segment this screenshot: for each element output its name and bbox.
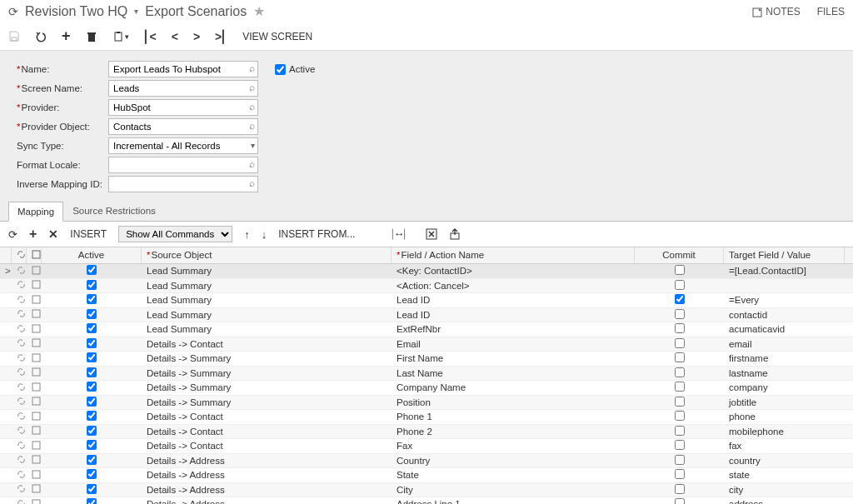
commit-cell[interactable] bbox=[635, 425, 724, 438]
upload-icon[interactable] bbox=[449, 228, 461, 240]
active-checkbox[interactable] bbox=[87, 469, 97, 479]
table-row[interactable]: Details -> SummaryFirst Namefirstname bbox=[0, 352, 853, 367]
provider-object-input[interactable] bbox=[108, 118, 258, 135]
company-name[interactable]: Revision Two HQ bbox=[25, 4, 127, 19]
active-checkbox[interactable] bbox=[87, 265, 97, 275]
field-cell[interactable]: <Action: Cancel> bbox=[392, 280, 635, 292]
clipboard-icon[interactable]: ▾ bbox=[112, 31, 129, 42]
row-link-icon[interactable] bbox=[12, 382, 27, 394]
field-cell[interactable]: Phone 1 bbox=[392, 411, 635, 422]
commit-cell[interactable] bbox=[635, 337, 724, 351]
commit-cell[interactable] bbox=[635, 468, 724, 482]
active-checkbox[interactable] bbox=[87, 484, 97, 494]
row-notes-icon[interactable] bbox=[27, 498, 42, 504]
row-notes-icon[interactable] bbox=[27, 469, 42, 482]
source-cell[interactable]: Details -> Address bbox=[142, 484, 392, 496]
insert-from-button[interactable]: INSERT FROM... bbox=[278, 228, 355, 240]
row-notes-icon[interactable] bbox=[27, 352, 42, 365]
row-notes-icon[interactable] bbox=[27, 337, 42, 350]
source-cell[interactable]: Lead Summary bbox=[142, 265, 392, 277]
active-checkbox[interactable] bbox=[87, 455, 97, 465]
row-notes-icon[interactable] bbox=[27, 440, 42, 452]
row-link-icon[interactable] bbox=[12, 367, 27, 379]
target-cell[interactable]: jobtitle bbox=[724, 397, 845, 408]
active-cell[interactable] bbox=[42, 352, 142, 365]
save-icon[interactable] bbox=[8, 31, 20, 42]
inverse-mapping-input[interactable] bbox=[108, 176, 258, 192]
commit-checkbox[interactable] bbox=[675, 440, 685, 450]
row-link-icon[interactable] bbox=[12, 265, 27, 277]
commit-checkbox[interactable] bbox=[675, 498, 685, 504]
commit-cell[interactable] bbox=[635, 396, 724, 409]
row-link-icon[interactable] bbox=[12, 294, 27, 307]
commit-checkbox[interactable] bbox=[675, 411, 685, 421]
table-row[interactable]: Details -> ContactPhone 2mobilephone bbox=[0, 425, 853, 440]
row-link-icon[interactable] bbox=[12, 337, 27, 350]
row-notes-icon[interactable] bbox=[27, 411, 42, 423]
last-icon[interactable]: >⎢ bbox=[215, 30, 227, 43]
tab-source-restrictions[interactable]: Source Restrictions bbox=[63, 201, 165, 221]
delete-icon[interactable] bbox=[86, 31, 97, 42]
commit-cell[interactable] bbox=[635, 367, 724, 380]
header-target[interactable]: Target Field / Value bbox=[724, 247, 845, 263]
source-cell[interactable]: Details -> Summary bbox=[142, 352, 392, 364]
show-commands-dropdown[interactable]: Show All Commands bbox=[118, 226, 232, 242]
prev-icon[interactable]: < bbox=[172, 30, 178, 43]
row-link-icon[interactable] bbox=[12, 498, 27, 504]
name-input[interactable] bbox=[108, 61, 258, 77]
commit-checkbox[interactable] bbox=[675, 469, 685, 479]
commit-cell[interactable] bbox=[635, 483, 724, 497]
field-cell[interactable]: Company Name bbox=[392, 382, 635, 393]
row-link-icon[interactable] bbox=[12, 454, 27, 467]
dropdown-icon[interactable]: ▾ bbox=[251, 141, 255, 150]
commit-cell[interactable] bbox=[635, 454, 724, 467]
source-cell[interactable]: Details -> Contact bbox=[142, 440, 392, 452]
row-notes-icon[interactable] bbox=[27, 483, 42, 496]
row-link-icon[interactable] bbox=[12, 352, 27, 365]
row-notes-icon[interactable] bbox=[27, 425, 42, 437]
active-cell[interactable] bbox=[42, 367, 142, 380]
target-cell[interactable]: company bbox=[724, 382, 845, 393]
active-cell[interactable] bbox=[42, 468, 142, 482]
row-notes-icon[interactable] bbox=[27, 454, 42, 467]
active-checkbox[interactable] bbox=[87, 294, 97, 304]
target-cell[interactable]: phone bbox=[724, 411, 845, 422]
field-cell[interactable]: Position bbox=[392, 397, 635, 408]
target-cell[interactable]: state bbox=[724, 469, 845, 481]
source-cell[interactable]: Details -> Address bbox=[142, 455, 392, 467]
insert-button[interactable]: INSERT bbox=[70, 228, 107, 240]
source-cell[interactable]: Lead Summary bbox=[142, 280, 392, 292]
view-screen-button[interactable]: VIEW SCREEN bbox=[242, 31, 312, 42]
active-cell[interactable] bbox=[42, 264, 142, 277]
row-notes-icon[interactable] bbox=[27, 308, 42, 321]
company-dropdown-icon[interactable]: ▾ bbox=[134, 7, 138, 16]
table-row[interactable]: >Lead Summary<Key: ContactID>=[Lead.Cont… bbox=[0, 264, 853, 279]
commit-checkbox[interactable] bbox=[675, 309, 685, 319]
active-cell[interactable] bbox=[42, 308, 142, 322]
active-cell[interactable] bbox=[42, 293, 142, 307]
sync-type-input[interactable] bbox=[108, 137, 258, 154]
screen-name-input[interactable] bbox=[108, 80, 258, 97]
header-field[interactable]: *Field / Action Name bbox=[392, 247, 635, 263]
commit-checkbox[interactable] bbox=[675, 294, 685, 304]
target-cell[interactable]: =Every bbox=[724, 294, 845, 306]
target-cell[interactable]: email bbox=[724, 338, 845, 350]
export-excel-icon[interactable] bbox=[426, 228, 437, 240]
table-row[interactable]: Details -> AddressCitycity bbox=[0, 483, 853, 498]
target-cell[interactable]: acumaticavid bbox=[724, 323, 845, 335]
header-source[interactable]: *Source Object bbox=[142, 247, 392, 263]
table-row[interactable]: Lead SummaryLead ID=Every bbox=[0, 293, 853, 308]
provider-input[interactable] bbox=[108, 99, 258, 116]
table-row[interactable]: Details -> AddressAddress Line 1address bbox=[0, 497, 853, 504]
field-cell[interactable]: Lead ID bbox=[392, 309, 635, 321]
row-link-icon[interactable] bbox=[12, 469, 27, 482]
table-row[interactable]: Details -> SummaryPositionjobtitle bbox=[0, 396, 853, 411]
undo-icon[interactable] bbox=[35, 31, 47, 42]
commit-checkbox[interactable] bbox=[675, 367, 685, 377]
commit-checkbox[interactable] bbox=[675, 382, 685, 392]
commit-checkbox[interactable] bbox=[675, 280, 685, 290]
active-checkbox[interactable] bbox=[87, 338, 97, 348]
active-checkbox[interactable] bbox=[87, 323, 97, 333]
lookup-icon[interactable]: ⌕ bbox=[249, 158, 255, 170]
lookup-icon[interactable]: ⌕ bbox=[249, 82, 255, 93]
